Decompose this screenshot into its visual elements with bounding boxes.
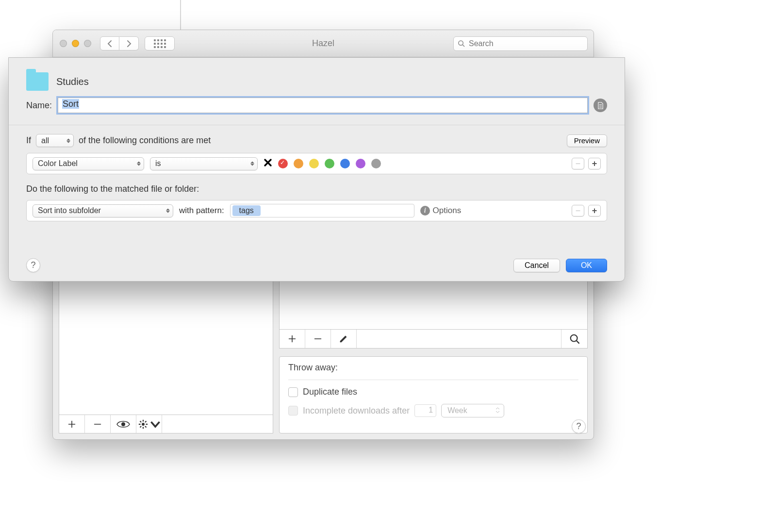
zoom-window-button[interactable] (84, 40, 91, 47)
svg-line-1 (462, 45, 464, 47)
close-window-button[interactable] (60, 40, 67, 47)
ok-button[interactable]: OK (566, 259, 607, 272)
edit-rule-button[interactable] (331, 330, 357, 348)
throw-away-panel: Throw away: Duplicate files Incomplete d… (279, 356, 588, 433)
rule-name-row: Name: Sort (26, 98, 607, 113)
match-mode-label: all (41, 136, 49, 145)
toolbar-spacer (357, 330, 561, 348)
divider (288, 380, 578, 380)
remove-condition-button[interactable]: − (572, 158, 584, 169)
toolbar-spacer (162, 415, 273, 433)
condition-attribute-select[interactable]: Color Label (33, 157, 144, 170)
search-icon (569, 333, 580, 344)
rule-name-input[interactable]: Sort (58, 98, 588, 113)
pattern-field[interactable]: tags (230, 204, 414, 217)
minimize-window-button[interactable] (72, 40, 79, 47)
action-label: Sort into subfolder (38, 206, 101, 215)
folder-icon (26, 72, 49, 91)
color-label-yellow[interactable] (309, 159, 319, 168)
condition-row: Color Label is − + (26, 153, 607, 174)
rule-editor-sheet: Studies Name: Sort If all of the followi… (8, 57, 625, 282)
sheet-footer: ? Cancel OK (26, 258, 607, 272)
rule-notes-button[interactable] (594, 99, 607, 112)
if-prefix: If (26, 135, 31, 146)
if-suffix: of the following conditions are met (79, 135, 211, 146)
search-input[interactable] (468, 39, 583, 49)
search-field[interactable] (453, 36, 588, 51)
add-rule-button[interactable] (280, 330, 305, 348)
pattern-token-tags[interactable]: tags (232, 205, 261, 216)
incomplete-downloads-unit-select[interactable]: Week (441, 404, 504, 417)
svg-line-11 (145, 421, 146, 422)
incomplete-downloads-checkbox[interactable] (288, 406, 298, 416)
remove-folder-button[interactable] (85, 415, 111, 433)
svg-line-10 (140, 426, 141, 427)
incomplete-downloads-value[interactable]: 1 (414, 404, 436, 417)
actions-header: Do the following to the matched file or … (26, 184, 607, 194)
incomplete-downloads-label: Incomplete downloads after (303, 406, 410, 416)
svg-point-2 (121, 422, 125, 426)
nav-forward-button[interactable] (119, 36, 139, 50)
divider (9, 125, 625, 125)
color-label-red[interactable] (278, 159, 288, 168)
action-row: Sort into subfolder with pattern: tags i… (26, 200, 607, 221)
nav-buttons (100, 36, 139, 50)
cancel-button[interactable]: Cancel (513, 259, 560, 272)
document-icon (597, 102, 604, 109)
titlebar: Hazel (53, 30, 594, 57)
color-label-gray[interactable] (371, 159, 381, 168)
color-label-green[interactable] (325, 159, 334, 168)
page-divider (180, 0, 181, 30)
grid-icon (154, 39, 166, 48)
condition-operator-label: is (155, 159, 161, 168)
svg-point-3 (142, 423, 145, 426)
x-icon (264, 158, 272, 167)
pencil-icon (338, 333, 349, 344)
action-options[interactable]: i Options (420, 206, 462, 216)
color-label-purple[interactable] (356, 159, 365, 168)
plus-icon (287, 333, 297, 344)
color-label-blue[interactable] (340, 159, 350, 168)
options-label: Options (433, 206, 462, 216)
nav-back-button[interactable] (100, 36, 119, 50)
rules-toolbar (279, 329, 588, 349)
clear-color-button[interactable] (264, 158, 272, 169)
action-select[interactable]: Sort into subfolder (33, 204, 173, 217)
traffic-lights (60, 40, 91, 47)
svg-line-9 (145, 426, 146, 427)
match-mode-select[interactable]: all (36, 134, 74, 147)
remove-rule-button[interactable] (305, 330, 331, 348)
condition-operator-select[interactable]: is (150, 157, 258, 170)
preview-button[interactable]: Preview (567, 134, 607, 147)
throw-away-incomplete-row: Incomplete downloads after 1 Week (288, 404, 578, 417)
plus-icon (66, 419, 77, 430)
folder-header: Studies (26, 72, 607, 91)
help-button[interactable]: ? (572, 419, 586, 433)
add-action-button[interactable]: + (588, 205, 601, 216)
chevron-down-icon (150, 419, 161, 430)
throw-away-heading: Throw away: (288, 363, 578, 373)
preview-folder-button[interactable] (111, 415, 136, 433)
svg-line-13 (577, 341, 579, 344)
search-rules-button[interactable] (561, 330, 587, 348)
info-icon: i (420, 206, 430, 216)
pattern-label: with pattern: (179, 206, 224, 216)
chevron-right-icon (126, 40, 132, 48)
duplicate-files-label: Duplicate files (303, 387, 357, 397)
duplicate-files-checkbox[interactable] (288, 387, 298, 397)
remove-action-button[interactable]: − (572, 205, 584, 216)
search-icon (458, 40, 465, 47)
eye-icon (116, 419, 131, 429)
condition-attribute-label: Color Label (38, 159, 78, 168)
sheet-help-button[interactable]: ? (26, 258, 40, 272)
folder-actions-button[interactable] (136, 415, 162, 433)
minus-icon (313, 333, 323, 344)
minus-icon (92, 419, 103, 430)
add-condition-button[interactable]: + (588, 158, 601, 169)
svg-point-0 (459, 41, 463, 45)
add-folder-button[interactable] (59, 415, 85, 433)
show-all-button[interactable] (145, 36, 175, 50)
color-label-orange[interactable] (294, 159, 303, 168)
gear-icon (138, 419, 148, 430)
folders-toolbar (59, 415, 273, 433)
